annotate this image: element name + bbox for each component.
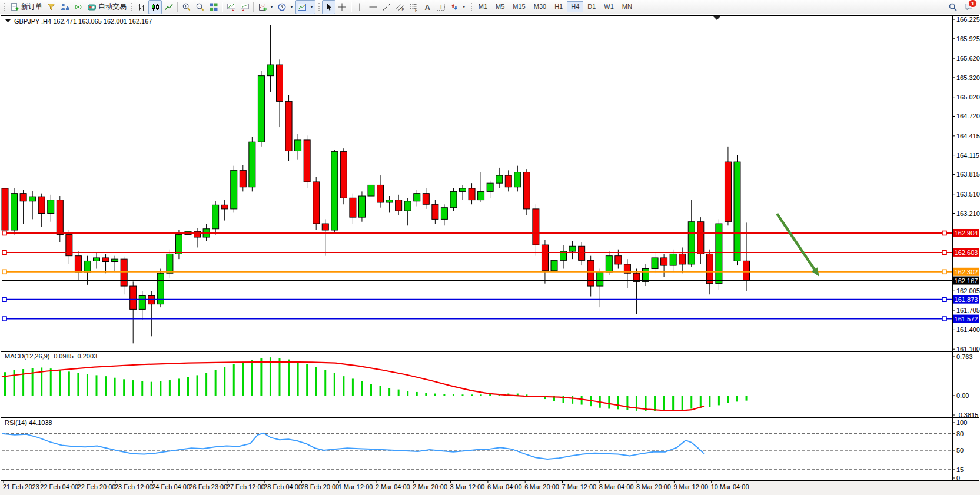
rsi-scale-label: 15 [956,466,964,473]
svg-text:E: E [402,8,405,12]
profile-prev-icon [240,2,250,12]
line-anchor-handle[interactable] [2,270,6,274]
funnel-icon [46,2,56,12]
dropdown-caret-icon[interactable]: ▼ [290,5,294,9]
text-label-button[interactable]: T [434,0,448,14]
channel-icon: E [396,2,406,12]
price-tick-label: 161.705 [956,307,980,314]
line-anchor-handle[interactable] [942,231,946,235]
price-tick-label: 163.815 [956,171,980,178]
channel-button[interactable]: E [394,0,407,14]
line-anchor-handle[interactable] [942,317,946,321]
notification-badge: 1 [968,0,977,8]
price-level-badge-text: 162.603 [955,249,978,256]
toolbar-separator [222,2,222,12]
line-anchor-handle[interactable] [942,270,946,274]
price-tick-label: 164.720 [956,112,980,119]
time-tick-label: 8 Mar 04:00 [599,483,634,490]
text-button[interactable]: A [421,0,434,14]
template-button[interactable]: ▼ [295,0,315,14]
symbol-title: GBPJPY-.H4 162.471 163.065 162.001 162.1… [14,18,152,25]
price-tick-label: 163.210 [956,210,980,217]
time-tick-label: 23 Feb 12:00 [115,483,153,490]
timeframe-mn-button[interactable]: MN [618,1,636,12]
add-indicator-button[interactable]: ▼ [255,0,275,14]
profile-next-button[interactable] [224,0,238,14]
candle-body [277,65,283,101]
line-anchor-handle[interactable] [2,231,6,235]
candle-body [175,235,182,254]
macd-scale-label: 0.763 [956,353,973,360]
crosshair-button[interactable] [335,0,349,14]
candle-body [285,101,292,151]
candle-body [432,204,438,219]
candle-body [423,194,429,205]
candle-body [386,200,393,202]
zoom-out-button[interactable] [193,0,207,14]
time-tick-label: 21 Feb 2023 [3,483,39,490]
candle-body [29,197,36,201]
timeframe-d1-button[interactable]: D1 [583,1,600,12]
timeframe-m1-button[interactable]: M1 [474,1,491,12]
profile-prev-button[interactable] [238,0,251,14]
trendline-icon [382,2,392,12]
tile-windows-icon [208,2,218,12]
price-tick-label: 165.020 [956,94,980,101]
rsi-scale-label: 100 [956,419,967,426]
cursor-button[interactable] [322,0,335,14]
signal-button[interactable] [71,0,85,14]
tile-windows-button[interactable] [207,0,220,14]
candles-button[interactable] [148,0,162,14]
candle-body [84,261,91,272]
arrows-button[interactable]: ▼ [448,0,468,14]
line-anchor-handle[interactable] [2,250,6,254]
line-anchor-handle[interactable] [2,317,6,321]
new-order-button[interactable]: 新订单 [8,0,44,14]
search-button[interactable] [946,0,959,14]
candle-body [194,231,201,237]
bar-chart-button[interactable] [135,0,148,14]
chat-icon: 1 [964,2,974,12]
toolbar-right-group: 1 [946,0,975,14]
period-button[interactable]: ▼ [275,0,295,14]
candle-body [551,260,557,270]
timeframe-w1-button[interactable]: W1 [600,1,618,12]
macd-label: MACD(12,26,9) -0.0985 -0.2003 [5,353,97,360]
trendline-button[interactable] [380,0,394,14]
timeframe-h4-button[interactable]: H4 [567,1,583,12]
line-anchor-handle[interactable] [942,250,946,254]
period-icon [277,2,287,12]
dropdown-caret-icon[interactable]: ▼ [310,5,314,9]
time-tick-label: 24 Feb 04:00 [152,483,190,490]
svg-text:T: T [440,4,443,11]
price-level-badge-text: 161.572 [955,315,978,323]
autotrade-button[interactable]: 自动交易 [85,0,128,14]
dropdown-caret-icon[interactable]: ▼ [270,5,274,9]
candle-body [340,152,347,198]
bar-chart-icon [137,2,147,12]
time-tick-label: 7 Mar 12:00 [562,483,597,490]
vline-button[interactable] [353,0,367,14]
price-chart[interactable]: 162.904162.603162.302161.873161.572162.1… [0,14,980,495]
hline-button[interactable] [367,0,380,14]
fibonacci-button[interactable]: F [407,0,421,14]
dropdown-caret-icon[interactable]: ▼ [462,5,466,9]
current-price-badge-text: 162.167 [955,277,978,284]
timeframe-h1-button[interactable]: H1 [550,1,567,12]
person-chart-button[interactable] [58,0,71,14]
line-chart-button[interactable] [162,0,175,14]
funnel-button[interactable] [44,0,58,14]
candle-body [615,256,622,264]
time-tick-label: 6 Mar 04:00 [487,483,522,490]
timeframe-m15-button[interactable]: M15 [509,1,529,12]
timeframe-m5-button[interactable]: M5 [491,1,509,12]
chat-button[interactable]: 1 [962,0,975,14]
zoom-in-button[interactable] [180,0,193,14]
candle-body [679,254,686,264]
line-anchor-handle[interactable] [942,297,946,301]
toolbar-grip [317,2,320,12]
line-anchor-handle[interactable] [2,297,6,301]
candle-body [38,197,45,213]
rsi-scale-label: 80 [956,430,964,437]
timeframe-m30-button[interactable]: M30 [530,1,550,12]
